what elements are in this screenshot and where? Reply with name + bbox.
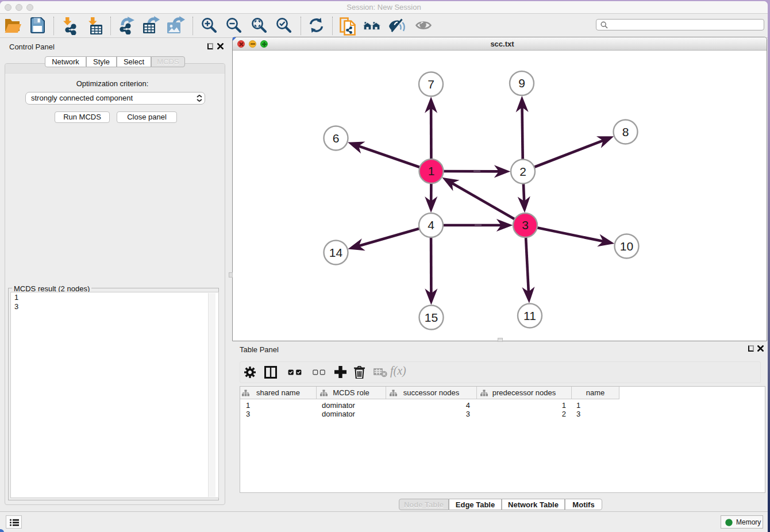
svg-text:2: 2 [519,165,526,178]
svg-text:1: 1 [428,164,435,178]
svg-text:9: 9 [518,76,525,90]
svg-text:7: 7 [428,78,434,91]
svg-text:10: 10 [620,240,633,253]
svg-text:14: 14 [329,246,343,259]
svg-text:3: 3 [522,218,529,232]
svg-text:11: 11 [523,309,536,322]
svg-text:15: 15 [425,311,438,324]
svg-text:4: 4 [428,218,434,232]
svg-text:6: 6 [333,132,340,145]
svg-text:8: 8 [622,125,629,138]
